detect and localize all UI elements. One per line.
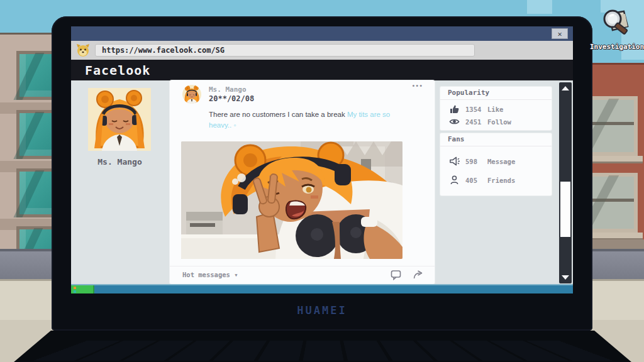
doge-icon [75, 43, 91, 58]
investigation-magnifier-icon [596, 5, 636, 43]
scroll-up-arrow-icon[interactable] [562, 86, 569, 90]
building-silhouette [527, 0, 552, 14]
post-card: Ms. Mango 20**/02/08 ••• There are no cu… [170, 80, 435, 284]
browser-window: ✕ https://www.facelook.com/SG Facelook M… [71, 26, 573, 293]
friends-stat[interactable]: 405 Friends [449, 175, 515, 185]
follow-count: 2451 [465, 118, 482, 126]
eye-icon [449, 116, 460, 127]
scrollbar[interactable] [559, 82, 572, 283]
close-button[interactable]: ✕ [552, 28, 568, 39]
post-text-plain: There are no customers I can take a brea… [209, 111, 347, 118]
browser-toolbar: https://www.facelook.com/SG [71, 41, 573, 60]
friends-count: 405 [465, 177, 482, 184]
status-progress-block [71, 285, 94, 293]
site-logo-text[interactable]: Facelook [85, 63, 150, 78]
post-menu-dots[interactable]: ••• [412, 82, 423, 89]
fans-card: Fans 598 Message 405 Friends [440, 133, 552, 195]
follow-stat[interactable]: 2451 Follow [449, 116, 511, 127]
post-date: 20**/02/08 [209, 94, 254, 103]
window-titlebar[interactable]: ✕ [71, 26, 573, 41]
message-stat[interactable]: 598 Message [449, 156, 515, 167]
fans-title: Fans [448, 135, 465, 143]
like-stat[interactable]: 1354 Like [449, 104, 503, 114]
like-count: 1354 [465, 106, 482, 113]
post-author-avatar[interactable] [182, 85, 201, 104]
investigation-button[interactable]: Investigation [590, 5, 643, 55]
scrollbar-thumb[interactable] [560, 182, 570, 237]
profile-avatar[interactable] [88, 88, 151, 151]
comment-icon[interactable] [391, 270, 401, 280]
site-header: Facelook [71, 60, 573, 80]
scroll-down-arrow-icon[interactable] [562, 275, 569, 280]
post-image[interactable]: 30 [181, 141, 402, 259]
post-author-name[interactable]: Ms. Mango [209, 85, 247, 94]
friends-label: Friends [487, 177, 515, 184]
laptop-keyboard-base [14, 331, 631, 362]
investigation-label: Investigation [590, 43, 643, 51]
thumb-up-icon [449, 104, 460, 114]
profile-name: Ms. Mango [71, 157, 169, 167]
message-label: Message [487, 158, 515, 165]
browser-statusbar [71, 284, 573, 293]
page-content: Ms. Mango Ms. Mango 20**/02/08 ••• There… [71, 80, 573, 284]
megaphone-icon [449, 156, 460, 167]
message-count: 598 [465, 158, 482, 165]
share-icon[interactable] [413, 270, 423, 280]
post-divider [170, 266, 435, 266]
follow-label: Follow [487, 118, 511, 126]
popularity-card: Popularity 1354 Like 2451 Follow [440, 87, 552, 130]
url-address-bar[interactable]: https://www.facelook.com/SG [95, 44, 475, 57]
status-dot-orange [74, 287, 76, 289]
popularity-title: Popularity [448, 89, 489, 97]
hot-messages-dropdown[interactable]: Hot messages ▾ [182, 271, 238, 278]
post-text: There are no customers I can take a brea… [209, 109, 401, 130]
like-label: Like [487, 106, 503, 113]
laptop-brand-logo: HUAMEI [52, 304, 592, 317]
status-dot-teal [74, 290, 76, 293]
person-icon [449, 175, 460, 185]
